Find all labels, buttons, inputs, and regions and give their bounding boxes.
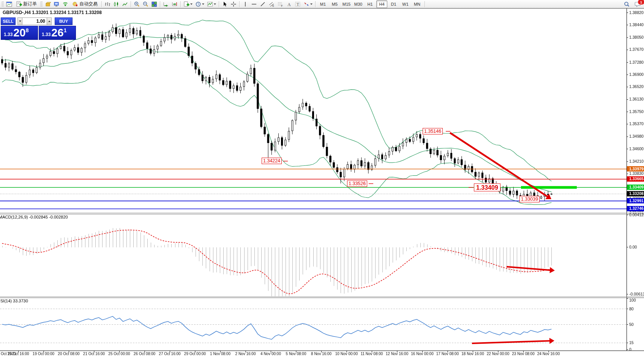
line-chart-button[interactable] (121, 0, 129, 8)
label-button[interactable]: T (294, 0, 302, 8)
svg-text:A: A (287, 2, 291, 7)
text-label-icon: T (295, 1, 301, 7)
sell-price-button[interactable]: 1.33 20 8 (1, 26, 38, 40)
new-order-doc-icon (183, 1, 189, 7)
fibonacci-icon: F (277, 1, 283, 7)
one-click-trading-panel: SELL BUY 1.33 20 8 1.33 26 1 (1, 17, 76, 40)
dropdown-caret-icon (310, 3, 313, 5)
toolbar-separator (239, 1, 240, 7)
toolbar-separator (131, 1, 131, 7)
channel-button[interactable]: E (267, 0, 276, 8)
timeframe-button-h4[interactable]: H4 (376, 0, 387, 8)
monitor-icon (54, 1, 60, 7)
toolbar-separator (101, 1, 102, 7)
zoom-in-button[interactable] (133, 0, 141, 8)
dropdown-caret-icon (214, 3, 216, 5)
toolbar-grip[interactable] (2, 2, 4, 7)
timeframe-button-h1[interactable]: H1 (365, 0, 376, 8)
candle-chart-button[interactable] (112, 0, 120, 8)
vertical-line-button[interactable] (241, 0, 249, 8)
channel-icon: E (268, 1, 275, 7)
chart-canvas[interactable] (0, 0, 644, 357)
crosshair-icon (230, 1, 237, 7)
cursor-icon (222, 1, 228, 7)
price-annotation[interactable]: 1.33526 (347, 180, 367, 187)
tile-windows-button[interactable] (150, 0, 158, 8)
timeframe-button-w1[interactable]: W1 (400, 0, 411, 8)
text-a-icon: A (286, 1, 292, 7)
fibonacci-button[interactable]: F (276, 0, 284, 8)
timeframe-button-m5[interactable]: M5 (329, 0, 340, 8)
toolbar: 新订单 自动交易 (0, 0, 644, 8)
horizontal-line-icon (251, 1, 257, 7)
toolbar-separator (315, 1, 316, 7)
auto-trading-label: 自动交易 (79, 1, 98, 7)
cursor-button[interactable] (221, 0, 229, 8)
svg-text:T: T (297, 2, 299, 6)
chart-window-icon[interactable] (5, 0, 13, 8)
crosshair-button[interactable] (229, 0, 238, 8)
timeframe-button-mn[interactable]: MN (412, 0, 423, 8)
new-order-menu-button[interactable] (182, 0, 194, 8)
new-order-button[interactable]: 新订单 (14, 0, 39, 8)
arrows-icon (303, 1, 309, 7)
price-annotation[interactable]: 1.35146 (423, 128, 443, 134)
text-button[interactable]: A (285, 0, 293, 8)
chart-shift-button[interactable] (170, 0, 179, 8)
trendline-button[interactable] (259, 0, 267, 8)
candlestick-icon (113, 1, 119, 7)
indicators-menu-button[interactable] (206, 0, 217, 8)
search-icon (623, 1, 630, 8)
auto-trading-button[interactable]: 自动交易 (70, 0, 100, 8)
market-watch-button[interactable] (44, 0, 52, 8)
vertical-line-icon (242, 1, 248, 7)
rsi-label: SI(14) 33.3730 (0, 299, 28, 303)
svg-text:E: E (273, 5, 275, 7)
svg-text:F: F (281, 5, 283, 7)
zoom-in-icon (134, 1, 140, 7)
sell-button[interactable]: SELL (1, 17, 16, 25)
price-annotation[interactable]: 1.34224 (262, 158, 282, 164)
signal-icon (62, 1, 68, 7)
timeframe-bar: M1M5M15M30H1H4D1W1MN (317, 0, 423, 8)
volume-input[interactable] (22, 17, 47, 25)
auto-scroll-button[interactable] (162, 0, 170, 8)
buy-price-prefix: 1.33 (42, 31, 51, 38)
clock-icon (195, 1, 201, 7)
arrows-button[interactable] (302, 0, 314, 8)
chart-icon (6, 1, 12, 7)
bar-chart-button[interactable] (103, 0, 112, 8)
buy-price-pip: 1 (64, 27, 67, 33)
toolbar-separator (160, 1, 160, 7)
timeframe-button-m15[interactable]: M15 (341, 0, 352, 8)
chart-title: GBPUSD-,H4 1.33201 1.33234 1.33171 1.332… (3, 10, 102, 15)
horizontal-line-button[interactable] (250, 0, 258, 8)
search-button[interactable] (622, 0, 631, 8)
timer-button[interactable] (194, 0, 205, 8)
timeframe-button-m30[interactable]: M30 (353, 0, 364, 8)
price-annotation[interactable]: 1.33039 (519, 196, 540, 203)
dropdown-caret-icon (202, 3, 204, 5)
sell-price-pip: 8 (26, 27, 29, 33)
triangle-up-icon (48, 20, 51, 22)
volume-increase-button[interactable] (47, 17, 52, 25)
auto-trading-icon (72, 1, 78, 7)
mt4-window: { "toolbar": { "new_order_label": "新订单",… (0, 0, 644, 357)
signal-button[interactable] (61, 0, 69, 8)
chart-shift-icon (172, 1, 178, 7)
zoom-out-button[interactable] (141, 0, 150, 8)
sell-price-main: 20 (13, 28, 25, 38)
dropdown-caret-icon (190, 3, 193, 5)
navigator-button[interactable] (52, 0, 61, 8)
auto-scroll-icon (163, 1, 169, 7)
toolbar-separator (219, 1, 219, 7)
toolbar-grip[interactable] (40, 2, 43, 7)
volume-decrease-button[interactable] (17, 17, 22, 25)
buy-button[interactable]: BUY (55, 17, 73, 25)
chat-button[interactable]: 1 (633, 0, 642, 8)
price-annotation[interactable]: 1.33409 (474, 183, 500, 191)
timeframe-button-m1[interactable]: M1 (317, 0, 328, 8)
notification-badge: 1 (638, 0, 644, 5)
timeframe-button-d1[interactable]: D1 (388, 0, 399, 8)
buy-price-button[interactable]: 1.33 26 1 (39, 26, 76, 40)
